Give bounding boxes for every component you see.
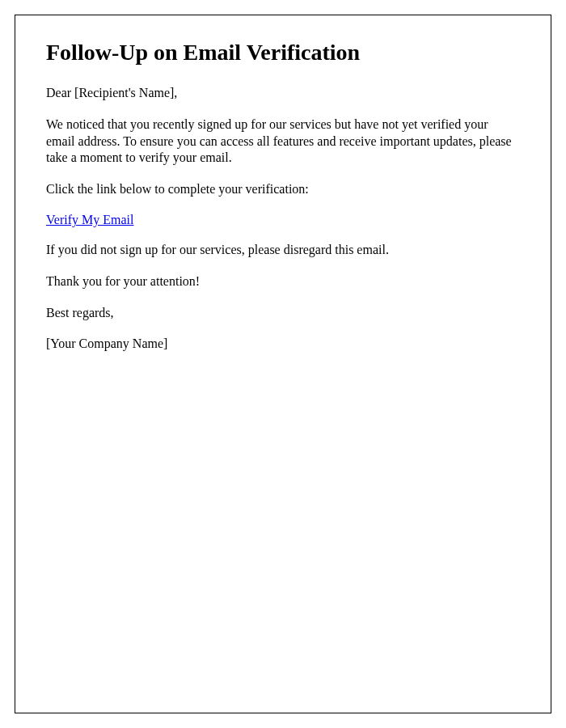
thank-you-text: Thank you for your attention!	[46, 273, 520, 290]
document-container: Follow-Up on Email Verification Dear [Re…	[15, 15, 551, 713]
greeting-text: Dear [Recipient's Name],	[46, 85, 520, 102]
verify-email-link[interactable]: Verify My Email	[46, 213, 133, 227]
signature-text: [Your Company Name]	[46, 336, 520, 353]
document-title: Follow-Up on Email Verification	[46, 40, 520, 66]
body-paragraph-2: Click the link below to complete your ve…	[46, 181, 520, 198]
body-paragraph-1: We noticed that you recently signed up f…	[46, 116, 520, 167]
closing-text: Best regards,	[46, 305, 520, 322]
body-paragraph-3: If you did not sign up for our services,…	[46, 242, 520, 259]
